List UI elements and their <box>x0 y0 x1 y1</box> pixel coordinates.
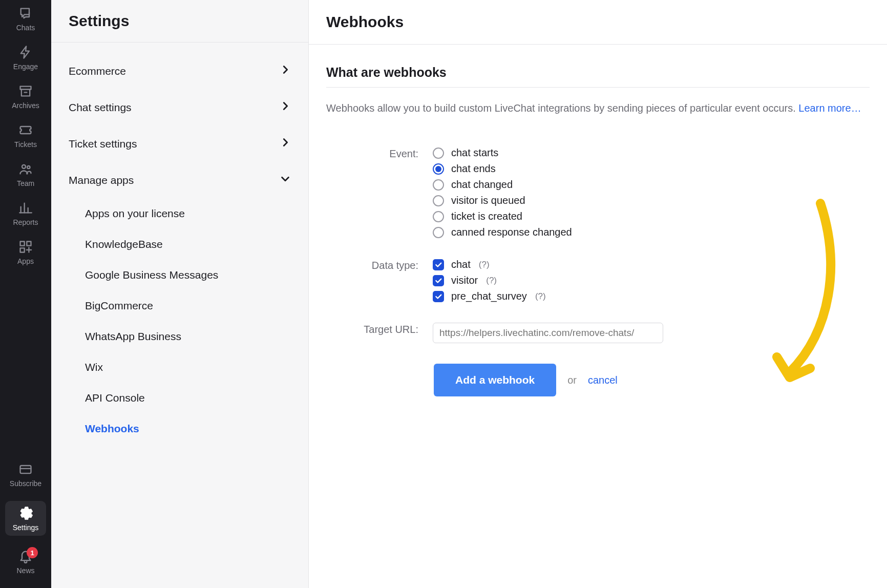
rail-item-engage[interactable]: Engage <box>5 45 46 71</box>
subitem-google-business[interactable]: Google Business Messages <box>51 260 308 290</box>
subitem-webhooks[interactable]: Webhooks <box>51 413 308 444</box>
bolt-icon <box>18 45 33 59</box>
rail-item-team[interactable]: Team <box>5 162 46 187</box>
chevron-right-icon <box>280 137 291 151</box>
radio-icon <box>433 227 444 238</box>
target-url-label: Target URL: <box>326 323 418 343</box>
radio-label: chat starts <box>451 147 498 159</box>
radio-icon <box>433 179 444 191</box>
check-label: pre_chat_survey <box>451 290 527 302</box>
rail-item-apps[interactable]: Apps <box>5 240 46 265</box>
manage-apps-subitems: Apps on your license KnowledgeBase Googl… <box>51 198 308 446</box>
target-url-input[interactable] <box>433 323 663 343</box>
group-label: Ticket settings <box>69 138 137 150</box>
checkbox-icon <box>433 259 444 270</box>
sidebar-group-ecommerce[interactable]: Ecommerce <box>51 53 308 89</box>
subitem-apps-license[interactable]: Apps on your license <box>51 198 308 229</box>
sidebar-group-manage-apps[interactable]: Manage apps <box>51 162 308 198</box>
help-hint[interactable]: (?) <box>486 276 497 286</box>
section-description: Webhooks allow you to build custom LiveC… <box>326 100 870 116</box>
subitem-api-console[interactable]: API Console <box>51 383 308 413</box>
svg-rect-3 <box>27 242 31 246</box>
chevron-down-icon <box>280 173 291 187</box>
settings-sidebar: Settings Ecommerce Chat settings Ticket … <box>51 0 309 588</box>
sidebar-group-chat-settings[interactable]: Chat settings <box>51 89 308 125</box>
form-row-data-type: Data type: chat (?) visitor (?) pre_c <box>326 259 870 302</box>
form-row-event: Event: chat starts chat ends chat change… <box>326 147 870 238</box>
gear-icon <box>18 506 33 520</box>
subitem-wix[interactable]: Wix <box>51 352 308 383</box>
radio-chat-changed[interactable]: chat changed <box>433 179 572 191</box>
rail-spacer <box>5 279 46 462</box>
event-label: Event: <box>326 147 418 238</box>
radio-icon <box>433 195 444 206</box>
cancel-link[interactable]: cancel <box>588 374 618 386</box>
subitem-bigcommerce[interactable]: BigCommerce <box>51 290 308 321</box>
radio-icon <box>433 211 444 222</box>
checkbox-icon <box>433 275 444 286</box>
radio-chat-starts[interactable]: chat starts <box>433 147 572 159</box>
desc-text: Webhooks allow you to build custom LiveC… <box>326 102 798 114</box>
form-row-target-url: Target URL: <box>326 323 870 343</box>
data-type-check-group: chat (?) visitor (?) pre_chat_survey (?) <box>433 259 546 302</box>
svg-rect-4 <box>20 248 25 252</box>
rail-item-tickets[interactable]: Tickets <box>5 123 46 149</box>
rail-label: Settings <box>13 523 39 532</box>
add-webhook-button[interactable]: Add a webhook <box>434 364 556 396</box>
check-label: visitor <box>451 275 478 286</box>
group-label: Ecommerce <box>69 65 126 77</box>
section-title: What are webhooks <box>326 65 870 88</box>
event-radio-group: chat starts chat ends chat changed visit… <box>433 147 572 238</box>
apps-icon <box>18 240 33 254</box>
radio-label: chat changed <box>451 179 513 191</box>
radio-label: ticket is created <box>451 211 522 222</box>
check-visitor[interactable]: visitor (?) <box>433 275 546 286</box>
rail-item-archives[interactable]: Archives <box>5 84 46 110</box>
subitem-knowledgebase[interactable]: KnowledgeBase <box>51 229 308 260</box>
rail-label: Chats <box>16 24 35 32</box>
chat-icon <box>18 6 33 20</box>
main-body: What are webhooks Webhooks allow you to … <box>309 45 887 417</box>
rail-item-reports[interactable]: Reports <box>5 201 46 226</box>
team-icon <box>18 162 33 176</box>
help-hint[interactable]: (?) <box>535 291 546 302</box>
radio-canned-response-changed[interactable]: canned response changed <box>433 226 572 238</box>
check-chat[interactable]: chat (?) <box>433 259 546 270</box>
radio-visitor-queued[interactable]: visitor is queued <box>433 195 572 206</box>
rail-label: Engage <box>13 62 38 71</box>
radio-icon <box>433 148 444 159</box>
rail-label: Tickets <box>14 140 37 149</box>
chevron-right-icon <box>280 64 291 78</box>
group-label: Chat settings <box>69 101 132 114</box>
radio-label: canned response changed <box>451 226 572 238</box>
radio-ticket-created[interactable]: ticket is created <box>433 211 572 222</box>
rail-item-subscribe[interactable]: Subscribe <box>5 462 46 488</box>
data-type-label: Data type: <box>326 259 418 302</box>
radio-icon <box>433 163 444 175</box>
subitem-whatsapp-business[interactable]: WhatsApp Business <box>51 321 308 352</box>
rail-label: Subscribe <box>10 479 41 488</box>
rail-label: Reports <box>13 218 38 226</box>
form-actions: Add a webhook or cancel <box>434 364 870 396</box>
reports-icon <box>18 201 33 215</box>
rail-label: Archives <box>12 101 39 110</box>
rail-item-chats[interactable]: Chats <box>5 6 46 32</box>
svg-rect-5 <box>20 466 31 473</box>
svg-point-1 <box>27 166 30 169</box>
credit-card-icon <box>18 462 33 476</box>
check-pre-chat-survey[interactable]: pre_chat_survey (?) <box>433 290 546 302</box>
svg-rect-2 <box>20 242 25 246</box>
rail-item-news[interactable]: 1 News <box>5 549 46 575</box>
sidebar-group-ticket-settings[interactable]: Ticket settings <box>51 125 308 162</box>
svg-point-0 <box>22 165 26 169</box>
check-label: chat <box>451 259 471 270</box>
help-hint[interactable]: (?) <box>479 260 490 270</box>
radio-chat-ends[interactable]: chat ends <box>433 163 572 175</box>
learn-more-link[interactable]: Learn more… <box>798 102 861 114</box>
ticket-icon <box>18 123 33 137</box>
sidebar-title: Settings <box>69 12 291 30</box>
app-root: Chats Engage Archives Tickets Team Repor… <box>0 0 887 588</box>
rail-item-settings[interactable]: Settings <box>5 501 46 536</box>
checkbox-icon <box>433 291 444 302</box>
archive-icon <box>18 84 33 98</box>
